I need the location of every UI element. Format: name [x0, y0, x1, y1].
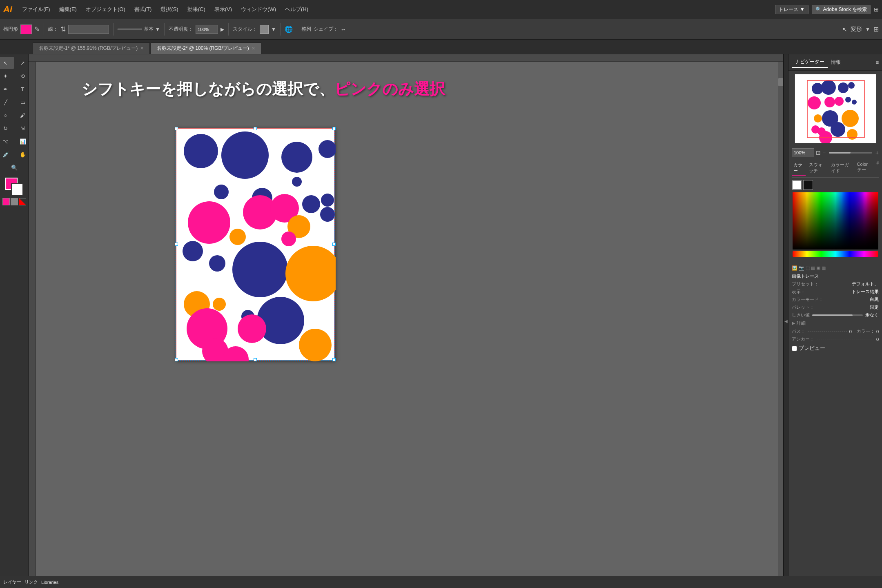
rotate-tool[interactable]: ↻	[0, 122, 14, 134]
menu-object[interactable]: オブジェクト(O)	[82, 4, 129, 15]
grid-icon[interactable]: ⊞	[873, 25, 879, 33]
menu-help[interactable]: ヘルプ(H)	[281, 4, 312, 15]
zoom-in-icon[interactable]: +	[875, 149, 879, 156]
gradient-swatch[interactable]	[19, 198, 26, 205]
color-label-row: カラー：	[857, 328, 875, 334]
fill-color-swatch[interactable]	[20, 24, 32, 34]
cp-tab-color[interactable]: カラー	[792, 161, 806, 176]
anchor-value: 0	[876, 337, 879, 342]
blend-tool[interactable]: ⌥	[0, 135, 14, 147]
stroke-well[interactable]	[11, 183, 23, 196]
divider5	[280, 23, 281, 36]
svg-point-0	[184, 134, 218, 168]
select-tool[interactable]: ↖	[0, 57, 14, 69]
cp-tab-swatch[interactable]: スウォッチ	[807, 161, 828, 176]
search-icon: 🔍	[815, 7, 822, 12]
transform-icon[interactable]: 変形	[851, 26, 862, 33]
cp-tab-guide[interactable]: カラーガイド	[829, 161, 853, 176]
svg-point-27	[281, 232, 296, 246]
svg-point-39	[814, 114, 822, 122]
menu-view[interactable]: 表示(V)	[210, 4, 236, 15]
blend-icon: ⌥	[2, 138, 9, 145]
opacity-arrow-icon[interactable]: ▶	[220, 27, 224, 32]
color-panel: カラー スウォッチ カラーガイド Color テー #	[788, 159, 882, 260]
hue-slider[interactable]	[793, 251, 878, 257]
step-value: 歩なく	[865, 312, 879, 318]
tabs-bar: 名称未設定-1* @ 155.91% (RGB/プレビュー) ✕ 名称未設定-2…	[0, 40, 882, 54]
cp-tab-themes[interactable]: Color テー	[855, 161, 875, 176]
hand-icon: ✋	[20, 151, 26, 158]
color-spectrum[interactable]	[793, 192, 878, 249]
black-fill-swatch[interactable]	[803, 180, 813, 190]
threshold-slider[interactable]	[812, 314, 863, 316]
path-value: 0	[849, 329, 852, 334]
arrange-icon[interactable]: ⊞	[874, 6, 879, 13]
tab-info[interactable]: 情報	[828, 57, 844, 67]
stroke-dropdown-icon[interactable]: ▼	[155, 27, 160, 32]
panel-options-icon[interactable]: ≡	[876, 60, 879, 65]
tab-2[interactable]: 名称未設定-2* @ 100% (RGB/プレビュー) ✕	[151, 42, 261, 54]
opacity-input[interactable]	[196, 25, 218, 34]
svg-point-4	[214, 185, 229, 199]
preset-label: プリセット：	[792, 281, 819, 287]
eyedropper-row: 💉 ✋	[0, 148, 31, 160]
ellipse-tool[interactable]: ○	[0, 109, 14, 121]
artboard[interactable]	[176, 128, 335, 361]
divider6	[297, 23, 297, 36]
tab-1-label: 名称未設定-1* @ 155.91% (RGB/プレビュー)	[39, 45, 138, 52]
preview-checkbox[interactable]	[792, 346, 797, 351]
menu-effect[interactable]: 効果(C)	[183, 4, 209, 15]
zoom-input[interactable]: 100%	[792, 148, 814, 157]
bottom-status-bar: レイヤー リンク Libraries	[0, 576, 882, 588]
transform-dropdown-icon[interactable]: ▼	[865, 27, 870, 32]
navigator-thumbnail[interactable]	[795, 74, 876, 143]
collapse-icon: ◀	[784, 319, 788, 323]
style-swatch[interactable]	[260, 25, 269, 34]
scrollbar-thumb[interactable]	[778, 78, 783, 86]
stroke-weight-input[interactable]	[68, 25, 109, 34]
white-stroke-swatch[interactable]	[792, 180, 802, 190]
globe-icon[interactable]: 🌐	[285, 25, 293, 33]
palette-row: パレット： 限定	[792, 303, 879, 311]
tab-1[interactable]: 名称未設定-1* @ 155.91% (RGB/プレビュー) ✕	[33, 42, 150, 54]
expand-icon[interactable]: ▶	[792, 321, 795, 326]
path-line	[808, 331, 847, 332]
shape-expand-icon[interactable]: ↔	[341, 26, 346, 33]
direct-select-icon: ↗	[20, 60, 25, 66]
tab-2-close[interactable]: ✕	[252, 46, 255, 51]
svg-point-22	[238, 314, 266, 343]
none-swatch[interactable]	[2, 198, 10, 205]
cursor-icon[interactable]: ↖	[842, 26, 847, 33]
fill-options-icon[interactable]: ✎	[34, 25, 40, 33]
line-tool[interactable]: ╱	[0, 96, 14, 108]
fill-stroke-stack	[5, 178, 23, 196]
menu-window[interactable]: ウィンドウ(W)	[237, 4, 280, 15]
menu-file[interactable]: ファイル(F)	[18, 4, 54, 15]
stroke-up-down-icon[interactable]: ⇅	[60, 25, 66, 33]
menu-edit[interactable]: 編集(E)	[55, 4, 81, 15]
rect-icon: ▭	[20, 99, 25, 105]
eyedropper-tool[interactable]: 💉	[0, 148, 14, 160]
svg-point-6	[188, 201, 230, 244]
zoom-out-icon[interactable]: −	[822, 149, 826, 156]
magic-wand-tool[interactable]: ✦	[0, 70, 14, 82]
style-dropdown-icon[interactable]: ▼	[271, 27, 276, 32]
menu-type[interactable]: 書式(T)	[130, 4, 156, 15]
fit-view-icon[interactable]: ⊡	[816, 149, 821, 156]
tab-navigator[interactable]: ナビゲーター	[792, 57, 828, 68]
tab-1-close[interactable]: ✕	[140, 46, 144, 51]
circles-svg	[176, 129, 336, 361]
panel-collapse[interactable]: ◀	[783, 54, 788, 588]
svg-point-1	[221, 131, 269, 179]
canvas-area[interactable]: -400 -350 -300 -250 -200 -150 -100 -50 0…	[29, 54, 783, 588]
zoom-tool[interactable]: 🔍	[6, 161, 22, 174]
svg-point-35	[824, 97, 835, 107]
trace-dropdown[interactable]: トレース ▼	[775, 5, 808, 14]
zoom-slider[interactable]	[829, 152, 872, 154]
gray-swatch[interactable]	[11, 198, 18, 205]
stock-search-bar[interactable]: 🔍 Adobe Stock を検索	[812, 5, 871, 14]
menu-select[interactable]: 選択(S)	[156, 4, 182, 15]
vertical-scrollbar[interactable]	[778, 62, 783, 588]
right-panel-tabs: ナビゲーター 情報 ≡	[788, 54, 882, 71]
pen-tool[interactable]: ✒	[0, 83, 14, 95]
